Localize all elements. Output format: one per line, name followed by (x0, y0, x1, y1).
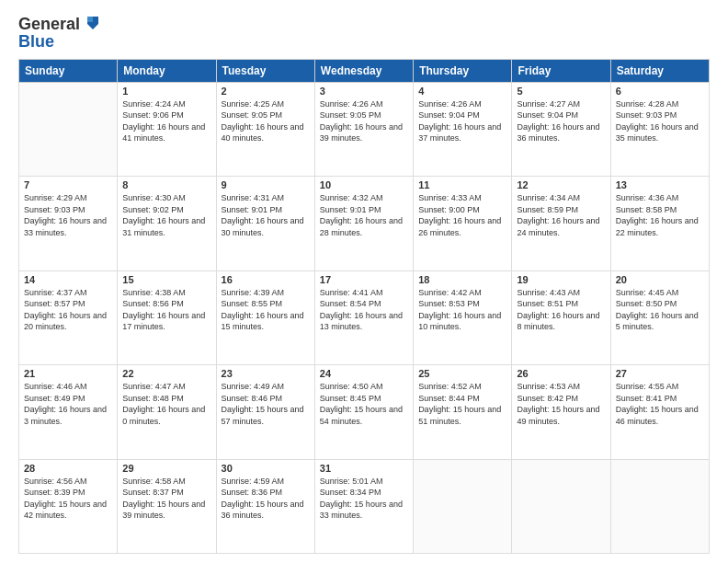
calendar-cell: 16 Sunrise: 4:39 AMSunset: 8:55 PMDaylig… (216, 270, 314, 364)
calendar-cell: 21 Sunrise: 4:46 AMSunset: 8:49 PMDaylig… (19, 365, 118, 459)
day-number: 28 (24, 463, 112, 474)
logo-line2: Blue (18, 32, 102, 52)
day-number: 11 (418, 179, 506, 190)
calendar-week-row: 1 Sunrise: 4:24 AMSunset: 9:06 PMDayligh… (19, 82, 710, 176)
cell-info: Sunrise: 4:30 AMSunset: 9:02 PMDaylight:… (122, 192, 210, 238)
day-number: 12 (517, 179, 605, 190)
day-number: 29 (122, 463, 210, 474)
day-number: 14 (24, 274, 112, 285)
logo-icon (82, 13, 102, 33)
calendar-cell (512, 459, 610, 554)
weekday-header: Tuesday (216, 59, 314, 82)
cell-info: Sunrise: 4:43 AMSunset: 8:51 PMDaylight:… (517, 287, 605, 333)
calendar-cell: 20 Sunrise: 4:45 AMSunset: 8:50 PMDaylig… (610, 270, 709, 364)
calendar-cell: 1 Sunrise: 4:24 AMSunset: 9:06 PMDayligh… (118, 82, 216, 176)
day-number: 27 (616, 368, 704, 379)
calendar-cell: 14 Sunrise: 4:37 AMSunset: 8:57 PMDaylig… (19, 270, 118, 364)
cell-info: Sunrise: 4:56 AMSunset: 8:39 PMDaylight:… (24, 476, 112, 522)
calendar-cell: 24 Sunrise: 4:50 AMSunset: 8:45 PMDaylig… (314, 365, 413, 459)
cell-info: Sunrise: 5:01 AMSunset: 8:34 PMDaylight:… (320, 476, 408, 522)
calendar-cell: 5 Sunrise: 4:27 AMSunset: 9:04 PMDayligh… (512, 82, 610, 176)
page: General Blue SundayMondayTuesdayWednesda… (0, 0, 728, 563)
weekday-header: Sunday (19, 59, 118, 82)
calendar-cell: 8 Sunrise: 4:30 AMSunset: 9:02 PMDayligh… (118, 177, 216, 270)
weekday-header: Thursday (414, 59, 512, 82)
day-number: 5 (517, 86, 605, 97)
calendar-week-row: 28 Sunrise: 4:56 AMSunset: 8:39 PMDaylig… (19, 459, 710, 554)
day-number: 10 (320, 179, 408, 190)
day-number: 6 (616, 86, 704, 97)
day-number: 19 (517, 274, 605, 285)
calendar-cell: 15 Sunrise: 4:38 AMSunset: 8:56 PMDaylig… (118, 270, 216, 364)
cell-info: Sunrise: 4:39 AMSunset: 8:55 PMDaylight:… (222, 287, 310, 333)
cell-info: Sunrise: 4:41 AMSunset: 8:54 PMDaylight:… (320, 287, 408, 333)
day-number: 3 (320, 86, 408, 97)
day-number: 21 (24, 368, 112, 379)
cell-info: Sunrise: 4:36 AMSunset: 8:58 PMDaylight:… (616, 192, 704, 238)
cell-info: Sunrise: 4:55 AMSunset: 8:41 PMDaylight:… (616, 381, 704, 427)
calendar-cell: 18 Sunrise: 4:42 AMSunset: 8:53 PMDaylig… (414, 270, 512, 364)
calendar-cell (414, 459, 512, 554)
cell-info: Sunrise: 4:26 AMSunset: 9:04 PMDaylight:… (418, 98, 506, 144)
calendar-cell: 7 Sunrise: 4:29 AMSunset: 9:03 PMDayligh… (19, 177, 118, 270)
day-number: 31 (320, 463, 408, 474)
cell-info: Sunrise: 4:50 AMSunset: 8:45 PMDaylight:… (320, 381, 408, 427)
cell-info: Sunrise: 4:26 AMSunset: 9:05 PMDaylight:… (320, 98, 408, 144)
calendar-cell: 25 Sunrise: 4:52 AMSunset: 8:44 PMDaylig… (414, 365, 512, 459)
cell-info: Sunrise: 4:24 AMSunset: 9:06 PMDaylight:… (122, 98, 210, 144)
cell-info: Sunrise: 4:28 AMSunset: 9:03 PMDaylight:… (616, 98, 704, 144)
day-number: 2 (222, 86, 310, 97)
day-number: 15 (122, 274, 210, 285)
cell-info: Sunrise: 4:46 AMSunset: 8:49 PMDaylight:… (24, 381, 112, 427)
calendar-table: SundayMondayTuesdayWednesdayThursdayFrid… (18, 59, 710, 554)
calendar-cell: 2 Sunrise: 4:25 AMSunset: 9:05 PMDayligh… (216, 82, 314, 176)
day-number: 25 (418, 368, 506, 379)
calendar-cell (19, 82, 118, 176)
day-number: 23 (222, 368, 310, 379)
day-number: 8 (122, 179, 210, 190)
calendar-cell: 22 Sunrise: 4:47 AMSunset: 8:48 PMDaylig… (118, 365, 216, 459)
day-number: 16 (222, 274, 310, 285)
calendar-cell: 27 Sunrise: 4:55 AMSunset: 8:41 PMDaylig… (610, 365, 709, 459)
cell-info: Sunrise: 4:29 AMSunset: 9:03 PMDaylight:… (24, 192, 112, 238)
calendar-cell: 31 Sunrise: 5:01 AMSunset: 8:34 PMDaylig… (314, 459, 413, 554)
calendar-header-row: SundayMondayTuesdayWednesdayThursdayFrid… (19, 59, 710, 82)
cell-info: Sunrise: 4:33 AMSunset: 9:00 PMDaylight:… (418, 192, 506, 238)
cell-info: Sunrise: 4:53 AMSunset: 8:42 PMDaylight:… (517, 381, 605, 427)
calendar-cell: 10 Sunrise: 4:32 AMSunset: 9:01 PMDaylig… (314, 177, 413, 270)
cell-info: Sunrise: 4:49 AMSunset: 8:46 PMDaylight:… (222, 381, 310, 427)
day-number: 13 (616, 179, 704, 190)
logo: General Blue (18, 15, 102, 52)
cell-info: Sunrise: 4:58 AMSunset: 8:37 PMDaylight:… (122, 476, 210, 522)
calendar-week-row: 14 Sunrise: 4:37 AMSunset: 8:57 PMDaylig… (19, 270, 710, 364)
calendar-cell: 29 Sunrise: 4:58 AMSunset: 8:37 PMDaylig… (118, 459, 216, 554)
day-number: 24 (320, 368, 408, 379)
cell-info: Sunrise: 4:52 AMSunset: 8:44 PMDaylight:… (418, 381, 506, 427)
cell-info: Sunrise: 4:34 AMSunset: 8:59 PMDaylight:… (517, 192, 605, 238)
calendar-cell: 28 Sunrise: 4:56 AMSunset: 8:39 PMDaylig… (19, 459, 118, 554)
calendar-cell: 4 Sunrise: 4:26 AMSunset: 9:04 PMDayligh… (414, 82, 512, 176)
cell-info: Sunrise: 4:47 AMSunset: 8:48 PMDaylight:… (122, 381, 210, 427)
cell-info: Sunrise: 4:38 AMSunset: 8:56 PMDaylight:… (122, 287, 210, 333)
calendar-cell (610, 459, 709, 554)
cell-info: Sunrise: 4:45 AMSunset: 8:50 PMDaylight:… (616, 287, 704, 333)
day-number: 20 (616, 274, 704, 285)
calendar-cell: 13 Sunrise: 4:36 AMSunset: 8:58 PMDaylig… (610, 177, 709, 270)
calendar-cell: 26 Sunrise: 4:53 AMSunset: 8:42 PMDaylig… (512, 365, 610, 459)
logo-text: General (18, 15, 80, 34)
day-number: 1 (122, 86, 210, 97)
calendar-cell: 9 Sunrise: 4:31 AMSunset: 9:01 PMDayligh… (216, 177, 314, 270)
calendar-cell: 6 Sunrise: 4:28 AMSunset: 9:03 PMDayligh… (610, 82, 709, 176)
calendar-week-row: 7 Sunrise: 4:29 AMSunset: 9:03 PMDayligh… (19, 177, 710, 270)
day-number: 9 (222, 179, 310, 190)
cell-info: Sunrise: 4:31 AMSunset: 9:01 PMDaylight:… (222, 192, 310, 238)
cell-info: Sunrise: 4:37 AMSunset: 8:57 PMDaylight:… (24, 287, 112, 333)
calendar-cell: 30 Sunrise: 4:59 AMSunset: 8:36 PMDaylig… (216, 459, 314, 554)
svg-marker-1 (87, 17, 93, 22)
cell-info: Sunrise: 4:59 AMSunset: 8:36 PMDaylight:… (222, 476, 310, 522)
day-number: 26 (517, 368, 605, 379)
calendar-cell: 12 Sunrise: 4:34 AMSunset: 8:59 PMDaylig… (512, 177, 610, 270)
calendar-cell: 23 Sunrise: 4:49 AMSunset: 8:46 PMDaylig… (216, 365, 314, 459)
day-number: 17 (320, 274, 408, 285)
cell-info: Sunrise: 4:25 AMSunset: 9:05 PMDaylight:… (222, 98, 310, 144)
